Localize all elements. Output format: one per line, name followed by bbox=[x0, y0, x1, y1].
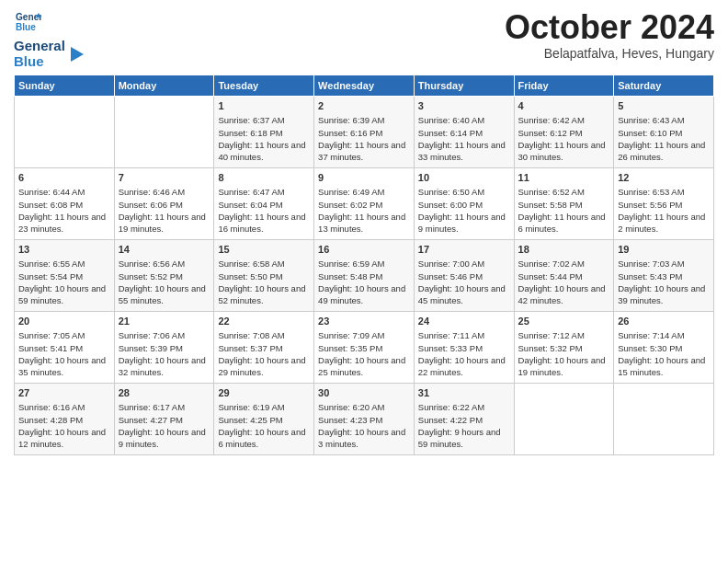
day-number: 13 bbox=[18, 243, 110, 257]
day-number: 28 bbox=[119, 386, 210, 400]
logo-icon: General Blue bbox=[16, 9, 41, 35]
day-number: 16 bbox=[318, 243, 410, 257]
day-info: Sunset: 5:35 PM bbox=[318, 343, 382, 353]
day-info: Sunset: 4:23 PM bbox=[318, 415, 382, 425]
day-info: Sunset: 5:32 PM bbox=[518, 343, 583, 353]
day-info: Daylight: 11 hours and 33 minutes. bbox=[418, 140, 506, 162]
day-header-wednesday: Wednesday bbox=[314, 75, 415, 97]
day-number: 21 bbox=[119, 315, 210, 328]
day-info: Daylight: 9 hours and 59 minutes. bbox=[418, 427, 501, 449]
day-info: Sunrise: 7:06 AM bbox=[119, 330, 185, 340]
calendar-week-row: 13Sunrise: 6:55 AMSunset: 5:54 PMDayligh… bbox=[15, 240, 714, 312]
day-info: Sunset: 6:14 PM bbox=[418, 128, 483, 138]
logo-arrow-icon bbox=[65, 45, 84, 63]
day-header-sunday: Sunday bbox=[15, 75, 115, 97]
calendar-cell: 29Sunrise: 6:19 AMSunset: 4:25 PMDayligh… bbox=[214, 384, 314, 455]
day-info: Sunrise: 6:22 AM bbox=[418, 402, 484, 412]
day-info: Sunset: 6:08 PM bbox=[18, 200, 83, 210]
day-number: 12 bbox=[618, 171, 710, 185]
day-info: Daylight: 10 hours and 22 minutes. bbox=[418, 355, 506, 377]
svg-marker-3 bbox=[71, 47, 84, 62]
day-number: 22 bbox=[218, 315, 310, 328]
day-number: 6 bbox=[18, 171, 110, 185]
day-header-saturday: Saturday bbox=[614, 75, 714, 97]
day-info: Daylight: 10 hours and 3 minutes. bbox=[318, 427, 405, 449]
day-info: Daylight: 11 hours and 26 minutes. bbox=[618, 140, 705, 162]
calendar-header-row: SundayMondayTuesdayWednesdayThursdayFrid… bbox=[15, 75, 714, 97]
day-info: Sunrise: 6:42 AM bbox=[518, 115, 585, 125]
day-info: Sunrise: 7:11 AM bbox=[418, 330, 484, 340]
day-number: 7 bbox=[119, 171, 210, 185]
day-number: 4 bbox=[518, 99, 610, 113]
day-info: Sunset: 4:27 PM bbox=[119, 415, 183, 425]
calendar-cell bbox=[514, 384, 614, 455]
day-info: Sunset: 5:41 PM bbox=[18, 343, 83, 353]
calendar-cell: 17Sunrise: 7:00 AMSunset: 5:46 PMDayligh… bbox=[414, 240, 514, 312]
day-header-tuesday: Tuesday bbox=[214, 75, 314, 97]
day-number: 10 bbox=[418, 171, 510, 185]
day-info: Daylight: 11 hours and 16 minutes. bbox=[218, 212, 305, 234]
day-info: Daylight: 11 hours and 2 minutes. bbox=[618, 212, 705, 234]
day-info: Sunrise: 6:56 AM bbox=[119, 259, 185, 269]
day-info: Sunrise: 6:44 AM bbox=[18, 187, 85, 197]
day-info: Sunrise: 6:39 AM bbox=[318, 115, 384, 125]
day-info: Sunrise: 6:53 AM bbox=[618, 187, 684, 197]
day-info: Sunset: 5:39 PM bbox=[119, 343, 183, 353]
calendar-week-row: 20Sunrise: 7:05 AMSunset: 5:41 PMDayligh… bbox=[15, 312, 714, 384]
day-info: Sunset: 6:06 PM bbox=[119, 200, 183, 210]
day-number: 19 bbox=[618, 243, 710, 257]
day-info: Sunrise: 6:16 AM bbox=[18, 402, 85, 412]
day-info: Sunrise: 6:52 AM bbox=[518, 187, 585, 197]
calendar-cell: 28Sunrise: 6:17 AMSunset: 4:27 PMDayligh… bbox=[114, 384, 214, 455]
calendar-cell: 23Sunrise: 7:09 AMSunset: 5:35 PMDayligh… bbox=[314, 312, 415, 384]
calendar-cell: 3Sunrise: 6:40 AMSunset: 6:14 PMDaylight… bbox=[414, 97, 514, 168]
day-info: Sunset: 4:25 PM bbox=[218, 415, 282, 425]
day-info: Sunset: 6:12 PM bbox=[518, 128, 583, 138]
day-info: Daylight: 11 hours and 37 minutes. bbox=[318, 140, 405, 162]
day-info: Sunset: 6:04 PM bbox=[218, 200, 282, 210]
calendar-cell: 27Sunrise: 6:16 AMSunset: 4:28 PMDayligh… bbox=[15, 384, 115, 455]
day-number: 24 bbox=[418, 315, 510, 328]
day-info: Sunset: 5:33 PM bbox=[418, 343, 483, 353]
day-info: Daylight: 10 hours and 39 minutes. bbox=[618, 283, 705, 305]
day-number: 15 bbox=[218, 243, 310, 257]
day-info: Daylight: 10 hours and 19 minutes. bbox=[518, 355, 606, 377]
day-info: Sunset: 5:54 PM bbox=[18, 271, 83, 282]
day-info: Daylight: 11 hours and 13 minutes. bbox=[318, 212, 405, 234]
day-info: Sunrise: 6:19 AM bbox=[218, 402, 284, 412]
header: General Blue General Blue October 2024 B… bbox=[14, 9, 714, 69]
calendar-cell: 2Sunrise: 6:39 AMSunset: 6:16 PMDaylight… bbox=[314, 97, 415, 168]
day-info: Sunset: 5:50 PM bbox=[218, 271, 282, 282]
calendar-cell bbox=[15, 97, 115, 168]
day-number: 8 bbox=[218, 171, 310, 185]
day-info: Sunrise: 6:46 AM bbox=[119, 187, 185, 197]
day-number: 1 bbox=[218, 99, 310, 113]
day-info: Sunset: 4:28 PM bbox=[18, 415, 83, 425]
page-container: General Blue General Blue October 2024 B… bbox=[0, 0, 728, 465]
day-number: 18 bbox=[518, 243, 610, 257]
calendar-cell: 24Sunrise: 7:11 AMSunset: 5:33 PMDayligh… bbox=[414, 312, 514, 384]
day-info: Sunset: 5:43 PM bbox=[618, 271, 682, 282]
day-info: Sunset: 6:10 PM bbox=[618, 128, 682, 138]
calendar-cell: 15Sunrise: 6:58 AMSunset: 5:50 PMDayligh… bbox=[214, 240, 314, 312]
day-info: Sunset: 6:02 PM bbox=[318, 200, 382, 210]
calendar-cell: 14Sunrise: 6:56 AMSunset: 5:52 PMDayligh… bbox=[114, 240, 214, 312]
day-info: Sunrise: 6:50 AM bbox=[418, 187, 484, 197]
location-subtitle: Belapatfalva, Heves, Hungary bbox=[505, 46, 714, 61]
day-number: 26 bbox=[618, 315, 710, 328]
day-info: Sunrise: 7:09 AM bbox=[318, 330, 384, 340]
calendar-cell: 6Sunrise: 6:44 AMSunset: 6:08 PMDaylight… bbox=[15, 168, 115, 240]
day-info: Sunrise: 7:14 AM bbox=[618, 330, 684, 340]
day-number: 23 bbox=[318, 315, 410, 328]
calendar-cell: 18Sunrise: 7:02 AMSunset: 5:44 PMDayligh… bbox=[514, 240, 614, 312]
calendar-cell: 7Sunrise: 6:46 AMSunset: 6:06 PMDaylight… bbox=[114, 168, 214, 240]
day-info: Sunrise: 7:08 AM bbox=[218, 330, 284, 340]
svg-text:Blue: Blue bbox=[16, 22, 36, 32]
calendar-cell bbox=[614, 384, 714, 455]
day-info: Sunrise: 6:37 AM bbox=[218, 115, 284, 125]
calendar-cell: 10Sunrise: 6:50 AMSunset: 6:00 PMDayligh… bbox=[414, 168, 514, 240]
calendar-cell: 22Sunrise: 7:08 AMSunset: 5:37 PMDayligh… bbox=[214, 312, 314, 384]
day-number: 27 bbox=[18, 386, 110, 400]
day-info: Sunrise: 7:12 AM bbox=[518, 330, 585, 340]
day-info: Sunrise: 6:20 AM bbox=[318, 402, 384, 412]
